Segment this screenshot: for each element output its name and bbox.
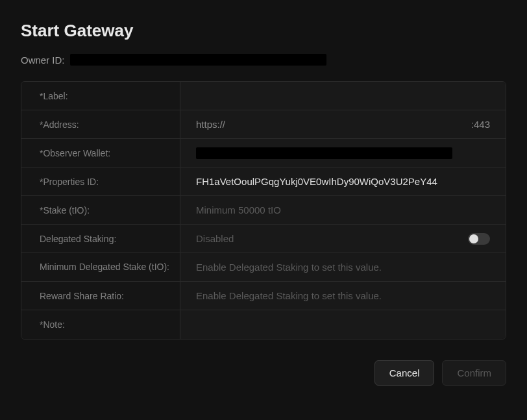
cancel-button[interactable]: Cancel: [374, 360, 435, 386]
modal-actions: Cancel Confirm: [21, 360, 506, 386]
observer-wallet-value: [196, 147, 452, 159]
address-prefix: https://: [196, 119, 225, 130]
toggle-knob: [469, 234, 478, 243]
stake-label: *Stake (tIO):: [21, 196, 180, 224]
delegated-staking-toggle[interactable]: [468, 233, 490, 245]
min-delegated-stake-label: Minimum Delegated Stake (tIO):: [21, 253, 180, 281]
delegated-staking-row: Delegated Staking: Disabled: [21, 225, 506, 253]
note-row: *Note:: [21, 310, 506, 339]
stake-row: *Stake (tIO):: [21, 196, 506, 225]
address-field-label: *Address:: [21, 110, 180, 138]
confirm-button[interactable]: Confirm: [442, 360, 506, 386]
reward-share-ratio-label: Reward Share Ratio:: [21, 282, 180, 310]
owner-id-value: [70, 54, 326, 66]
note-input[interactable]: [196, 319, 490, 330]
label-input[interactable]: [196, 90, 490, 101]
properties-id-row: *Properties ID:: [21, 167, 506, 196]
address-row: *Address: https:// :443: [21, 110, 506, 139]
reward-share-ratio-row: Reward Share Ratio: Enable Delegated Sta…: [21, 282, 506, 310]
observer-wallet-label: *Observer Wallet:: [21, 139, 180, 167]
owner-id-row: Owner ID:: [21, 54, 506, 66]
properties-id-label: *Properties ID:: [21, 167, 180, 195]
observer-wallet-row: *Observer Wallet:: [21, 139, 506, 167]
start-gateway-modal: Start Gateway Owner ID: *Label: *Address…: [0, 0, 527, 420]
min-delegated-stake-row: Minimum Delegated Stake (tIO): Enable De…: [21, 253, 506, 282]
owner-id-label: Owner ID:: [21, 55, 65, 66]
gateway-form: *Label: *Address: https:// :443 *Observe…: [21, 81, 506, 340]
reward-share-ratio-message: Enable Delegated Staking to set this val…: [196, 290, 382, 301]
delegated-staking-label: Delegated Staking:: [21, 225, 180, 253]
address-suffix: :443: [471, 119, 490, 130]
label-row: *Label:: [21, 82, 506, 110]
modal-title: Start Gateway: [21, 21, 506, 41]
address-input[interactable]: [230, 119, 466, 130]
properties-id-input[interactable]: [196, 176, 490, 187]
delegated-staking-value: Disabled: [196, 233, 234, 244]
label-field-label: *Label:: [21, 82, 180, 110]
stake-input[interactable]: [196, 204, 490, 216]
note-label: *Note:: [21, 310, 180, 339]
min-delegated-stake-message: Enable Delegated Staking to set this val…: [196, 262, 382, 273]
